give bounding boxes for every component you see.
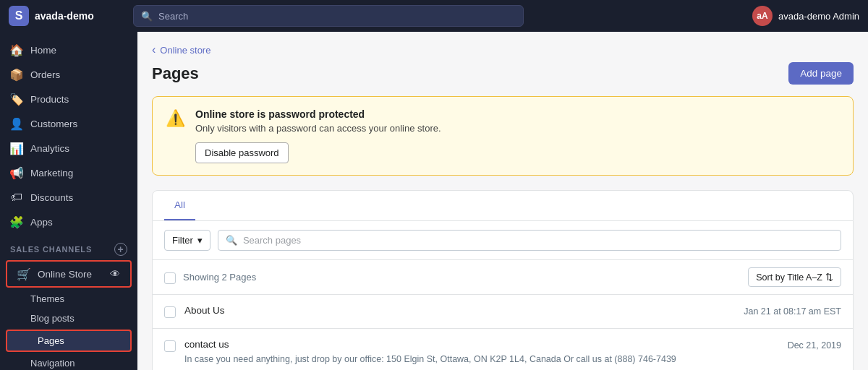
add-page-button[interactable]: Add page [788, 62, 854, 85]
warning-title: Online store is password protected [195, 108, 441, 120]
row-date-about-us: Jan 21 at 08:17 am EST [744, 306, 841, 317]
main-content: ‹ Online store Pages Add page ⚠️ Online … [137, 32, 868, 370]
add-sales-channel-button[interactable]: + [114, 243, 127, 256]
row-checkbox-about-us[interactable] [164, 306, 176, 318]
sidebar-subitem-blog-posts[interactable]: Blog posts [0, 309, 137, 328]
row-title[interactable]: About Us [184, 305, 735, 316]
disable-password-button[interactable]: Disable password [195, 142, 289, 163]
sidebar-item-analytics[interactable]: 📊 Analytics [0, 136, 137, 160]
breadcrumb[interactable]: ‹ Online store [152, 43, 854, 56]
page-header: Pages Add page [152, 62, 854, 85]
warning-content: Online store is password protected Only … [195, 108, 441, 163]
warning-description: Only visitors with a password can access… [195, 123, 441, 134]
search-input[interactable] [158, 11, 516, 22]
sidebar-item-discounts[interactable]: 🏷 Discounts [0, 185, 137, 210]
sidebar-subitem-themes[interactable]: Themes [0, 289, 137, 309]
sidebar-item-products[interactable]: 🏷️ Products [0, 87, 137, 111]
sidebar-item-apps[interactable]: 🧩 Apps [0, 210, 137, 234]
orders-icon: 📦 [10, 68, 23, 81]
select-all-checkbox[interactable] [164, 272, 176, 284]
sidebar-item-orders[interactable]: 📦 Orders [0, 62, 137, 87]
page-title: Pages [152, 64, 199, 83]
sort-icon: ⇅ [825, 272, 833, 283]
sidebar-item-label: Analytics [30, 143, 69, 154]
sales-channels-section: SALES CHANNELS + [0, 234, 137, 259]
sidebar: 🏠 Home 📦 Orders 🏷️ Products 👤 Customers … [0, 32, 137, 370]
online-store-icon: 🛒 [17, 267, 30, 280]
pages-table: Filter ▾ 🔍 Showing 2 Pages Sort [152, 221, 854, 370]
admin-label: avada-demo Admin [778, 11, 859, 22]
analytics-icon: 📊 [10, 142, 23, 155]
search-icon: 🔍 [141, 11, 153, 22]
eye-icon[interactable]: 👁 [110, 268, 120, 280]
sidebar-item-label: Marketing [30, 168, 73, 178]
row-date-contact-us: Dec 21, 2019 [788, 340, 841, 350]
home-icon: 🏠 [10, 43, 23, 56]
apps-icon: 🧩 [10, 215, 23, 228]
breadcrumb-chevron: ‹ [152, 43, 156, 56]
global-search[interactable]: 🔍 [133, 5, 524, 27]
filter-button[interactable]: Filter ▾ [164, 230, 210, 251]
sort-button[interactable]: Sort by Title A–Z ⇅ [748, 267, 841, 287]
sidebar-subitem-navigation[interactable]: Navigation [0, 353, 137, 370]
store-name: avada-demo [35, 10, 94, 22]
table-toolbar: Filter ▾ 🔍 [153, 221, 853, 260]
table-row: contact us In case you need anything, ju… [153, 329, 853, 370]
row-content-contact-us: contact us In case you need anything, ju… [184, 339, 779, 366]
pages-count: Showing 2 Pages [183, 272, 256, 283]
tabs-bar: All [152, 190, 854, 221]
top-navigation: S avada-demo 🔍 aA avada-demo Admin [0, 0, 868, 32]
search-pages-container[interactable]: 🔍 [218, 230, 841, 251]
sidebar-subitem-pages[interactable]: Pages [6, 330, 132, 352]
sidebar-item-label: Orders [30, 69, 60, 80]
marketing-icon: 📢 [10, 166, 23, 179]
table-count-row: Showing 2 Pages Sort by Title A–Z ⇅ [153, 260, 853, 295]
products-icon: 🏷️ [10, 92, 23, 106]
online-store-label: Online Store [38, 269, 92, 280]
top-nav-right: aA avada-demo Admin [752, 6, 859, 26]
search-pages-input[interactable] [243, 235, 833, 246]
sidebar-item-home[interactable]: 🏠 Home [0, 38, 137, 62]
avatar[interactable]: aA [752, 6, 773, 26]
sidebar-item-marketing[interactable]: 📢 Marketing [0, 160, 137, 185]
warning-icon: ⚠️ [166, 109, 185, 163]
row-description: In case you need anything, just drop by … [184, 353, 779, 366]
row-title[interactable]: contact us [184, 339, 779, 350]
brand-logo[interactable]: S avada-demo [9, 6, 124, 26]
discounts-icon: 🏷 [10, 191, 23, 204]
sidebar-item-online-store[interactable]: 🛒 Online Store 👁 [6, 260, 132, 288]
chevron-down-icon: ▾ [197, 235, 203, 246]
password-warning-banner: ⚠️ Online store is password protected On… [152, 96, 854, 176]
row-content-about-us: About Us [184, 305, 735, 316]
sidebar-item-label: Apps [30, 217, 53, 228]
tab-all[interactable]: All [164, 191, 195, 220]
sidebar-item-label: Products [30, 94, 69, 105]
sidebar-item-customers[interactable]: 👤 Customers [0, 111, 137, 136]
search-pages-icon: 🔍 [226, 235, 237, 246]
row-checkbox-contact-us[interactable] [164, 340, 176, 352]
customers-icon: 👤 [10, 117, 23, 130]
sidebar-item-label: Customers [30, 119, 77, 129]
shopify-icon: S [9, 6, 29, 26]
sidebar-item-label: Discounts [30, 192, 73, 203]
breadcrumb-parent: Online store [160, 45, 210, 56]
sidebar-item-label: Home [30, 45, 56, 56]
table-row: About Us Jan 21 at 08:17 am EST [153, 295, 853, 329]
